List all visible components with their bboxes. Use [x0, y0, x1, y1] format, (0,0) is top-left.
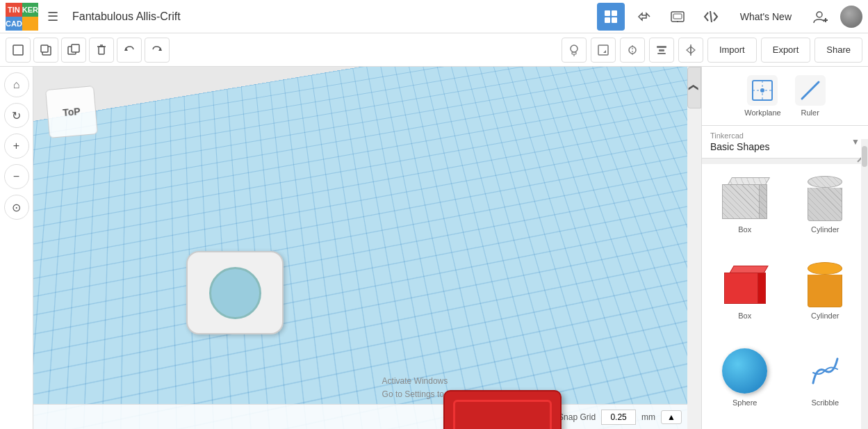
zoom-in-button[interactable]: + [4, 133, 29, 159]
shapes-category-header[interactable]: Tinkercad Basic Shapes ▼ [702, 126, 868, 159]
duplicate-icon [67, 44, 80, 56]
hole-shape[interactable] [186, 251, 290, 341]
toolbar-right-section: Import Export Share [562, 38, 862, 63]
box-hatch-shape [722, 177, 767, 219]
rotate-view-button[interactable]: ↻ [4, 103, 29, 128]
whats-new-button[interactable]: What's New [730, 4, 801, 29]
redo-button[interactable] [145, 38, 170, 63]
shape-item-box-hatch[interactable]: Box [707, 170, 783, 250]
red-box-face [724, 273, 759, 304]
svg-rect-13 [41, 45, 48, 52]
workplane-label: Workplane [744, 108, 780, 117]
category-source-label: Tinkercad [710, 131, 847, 140]
scroll-thumb [862, 146, 867, 167]
align-icon [655, 43, 669, 57]
notes-button[interactable] [591, 38, 616, 63]
sim-icon [670, 9, 685, 24]
fit-button[interactable]: ⊙ [4, 195, 29, 220]
mirror-button[interactable] [620, 38, 645, 63]
box-hatch-side [759, 184, 767, 219]
snap-unit-label: mm [641, 412, 655, 422]
grid-canvas [33, 67, 687, 429]
undo-icon [123, 44, 136, 56]
codeblocks-button[interactable] [630, 3, 658, 31]
box-hatch-label: Box [738, 225, 751, 234]
zoom-out-button[interactable]: − [4, 164, 29, 189]
ruler-tool[interactable]: Ruler [795, 75, 826, 117]
cyl-hatch-body [808, 188, 842, 220]
align-button[interactable] [649, 38, 674, 63]
hamburger-menu-button[interactable]: ☰ [39, 3, 67, 31]
grid-view-icon [603, 9, 619, 24]
flip-button[interactable] [678, 38, 703, 63]
red-box-body [443, 390, 562, 429]
svg-rect-5 [673, 14, 682, 19]
snap-increment-button[interactable]: ▲ [661, 410, 682, 424]
lightbulb-icon [567, 43, 581, 57]
red-box-shape[interactable] [443, 390, 568, 429]
sim-button[interactable] [664, 3, 691, 31]
shape-item-cylinder-hatch[interactable]: Cylinder [788, 170, 863, 250]
show-all-button[interactable] [562, 38, 587, 63]
svg-marker-31 [687, 47, 691, 54]
shape-item-box-red[interactable]: Box [707, 256, 783, 337]
hole-inner-circle [209, 267, 261, 319]
red-box-inner-border [453, 400, 552, 429]
hole-outer-body [186, 251, 284, 334]
new-button[interactable] [6, 38, 31, 63]
svg-rect-11 [13, 45, 23, 55]
tinkercad-logo[interactable]: TIN KER CAD [6, 3, 33, 31]
red-box-3d [724, 266, 766, 304]
svg-rect-29 [657, 53, 666, 54]
svg-rect-15 [72, 44, 79, 52]
sphere-preview [717, 347, 773, 396]
bottom-status-bar: Edit Grid Snap Grid mm ▲ [33, 404, 687, 429]
svg-rect-0 [605, 10, 610, 16]
svg-point-21 [571, 45, 578, 52]
shape-item-scribble[interactable]: Scribble [788, 343, 863, 423]
sphere-label: Sphere [732, 398, 757, 407]
import-button[interactable]: Import [707, 38, 757, 63]
copy-button[interactable] [33, 38, 58, 63]
codeblocks-icon [637, 9, 652, 24]
sphere-3d [722, 348, 767, 394]
share-button[interactable]: Share [814, 38, 862, 63]
svg-rect-3 [612, 17, 617, 23]
add-user-button[interactable] [807, 3, 835, 31]
left-sidebar: ⌂ ↻ + − ⊙ [0, 67, 33, 429]
user-avatar[interactable] [840, 6, 862, 28]
cyl-hatch-preview [797, 174, 853, 222]
workplane-tool[interactable]: Workplane [744, 75, 780, 117]
workplane-icon [747, 75, 778, 106]
home-view-button[interactable]: ⌂ [4, 72, 29, 97]
orange-cyl-preview [797, 260, 853, 309]
svg-rect-24 [598, 45, 608, 55]
code-icon [703, 9, 719, 24]
ruler-label: Ruler [801, 108, 819, 117]
panel-collapse-button[interactable]: ❮ [687, 67, 701, 108]
duplicate-button[interactable] [61, 38, 86, 63]
view-orientation-label: ToP [45, 86, 98, 138]
delete-button[interactable] [89, 38, 114, 63]
panel-tools-section: Workplane Ruler [702, 67, 868, 126]
red-box-side [758, 273, 766, 304]
right-shapes-panel: Workplane Ruler Tinkercad Basic Shapes [701, 67, 868, 429]
redo-icon [151, 44, 163, 56]
secondary-toolbar: Import Export Share [0, 33, 868, 67]
3d-viewport[interactable]: ToP Activate Windows Go to Settings to a… [33, 67, 687, 429]
shape-item-sphere[interactable]: Sphere [707, 343, 783, 423]
logo-tin: TIN [6, 3, 22, 17]
orange-cyl-top [808, 262, 842, 275]
undo-button[interactable] [117, 38, 142, 63]
svg-rect-2 [605, 17, 610, 23]
snap-value-input[interactable] [601, 410, 636, 425]
right-scrollbar[interactable] [861, 139, 868, 429]
svg-line-7 [710, 11, 712, 22]
flip-icon [684, 43, 698, 57]
export-code-button[interactable] [697, 3, 725, 31]
export-button[interactable]: Export [761, 38, 811, 63]
svg-point-36 [760, 88, 764, 92]
shape-item-cylinder-orange[interactable]: Cylinder [788, 256, 863, 337]
3d-view-button[interactable] [597, 3, 625, 31]
svg-rect-1 [612, 10, 617, 16]
